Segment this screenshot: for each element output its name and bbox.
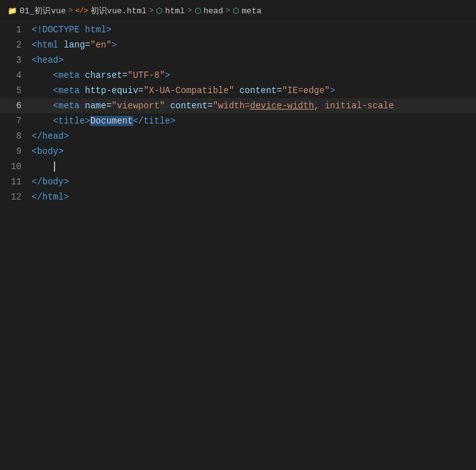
breadcrumb-item-3[interactable]: ⬡ head — [195, 6, 223, 16]
line-number-5: 5 — [0, 83, 32, 98]
line-content-11: </body> — [32, 174, 476, 189]
html-icon: </> — [75, 7, 88, 15]
line-4: 4 <meta charset="UTF-8"> — [0, 68, 476, 83]
line-content-2: <html lang="en"> — [32, 37, 476, 53]
line-content-9: <body> — [32, 144, 476, 159]
breadcrumb-sep-1: > — [149, 6, 153, 15]
line-number-8: 8 — [0, 129, 32, 144]
line-1: 1 <!DOCTYPE html> — [0, 22, 476, 37]
line-number-1: 1 — [0, 22, 32, 37]
breadcrumb-label-3: head — [203, 6, 223, 16]
line-content-10 — [32, 159, 476, 174]
breadcrumb-sep-0: > — [68, 6, 73, 15]
line-7: 7 <title>Document</title> — [0, 113, 476, 129]
line-content-12: </html> — [32, 189, 476, 205]
line-10: 10 — [0, 159, 476, 174]
line-content-8: </head> — [32, 129, 476, 144]
line-content-5: <meta http-equiv="X-UA-Compatible" conte… — [32, 83, 476, 98]
breadcrumb-label-1: 初识vue.html — [91, 5, 146, 16]
breadcrumb-label-4: meta — [241, 6, 261, 16]
breadcrumb-label-0: 01_初识vue — [20, 5, 66, 16]
line-9: 9 <body> — [0, 144, 476, 159]
line-content-3: <head> — [32, 53, 476, 68]
code-editor[interactable]: 1 <!DOCTYPE html> 2 <html lang="en"> 3 <… — [0, 22, 476, 205]
breadcrumb-sep-3: > — [226, 6, 230, 15]
line-content-1: <!DOCTYPE html> — [32, 22, 476, 37]
breadcrumb-label-2: html — [165, 6, 184, 16]
folder-icon: 📁 — [8, 6, 17, 16]
line-number-2: 2 — [0, 37, 32, 53]
line-3: 3 <head> — [0, 53, 476, 68]
line-number-6: 6 — [0, 98, 32, 113]
line-number-12: 12 — [0, 189, 32, 205]
line-content-4: <meta charset="UTF-8"> — [32, 68, 476, 83]
breadcrumb-item-4[interactable]: ⬡ meta — [233, 6, 261, 16]
tag-icon-1: ⬡ — [156, 6, 162, 16]
line-content-7: <title>Document</title> — [32, 113, 476, 129]
line-number-3: 3 — [0, 53, 32, 68]
meta-icon: ⬡ — [233, 6, 239, 16]
line-11: 11 </body> — [0, 174, 476, 189]
line-content-6: <meta name="viewport" content="width=dev… — [32, 98, 476, 113]
breadcrumb-sep-2: > — [188, 6, 192, 15]
line-number-9: 9 — [0, 144, 32, 159]
line-2: 2 <html lang="en"> — [0, 37, 476, 53]
line-number-10: 10 — [0, 159, 32, 174]
line-5: 5 <meta http-equiv="X-UA-Compatible" con… — [0, 83, 476, 98]
tag-icon-2: ⬡ — [195, 6, 201, 16]
line-number-7: 7 — [0, 113, 32, 129]
line-number-4: 4 — [0, 68, 32, 83]
line-6: 6 <meta name="viewport" content="width=d… — [0, 98, 476, 113]
breadcrumb-bar: 📁 01_初识vue > </> 初识vue.html > ⬡ html > ⬡… — [0, 0, 476, 22]
breadcrumb-item-0[interactable]: 📁 01_初识vue — [8, 5, 66, 16]
line-8: 8 </head> — [0, 129, 476, 144]
breadcrumb-item-2[interactable]: ⬡ html — [156, 6, 184, 16]
breadcrumb-item-1[interactable]: </> 初识vue.html — [75, 5, 146, 16]
line-12: 12 </html> — [0, 189, 476, 205]
line-number-11: 11 — [0, 174, 32, 189]
